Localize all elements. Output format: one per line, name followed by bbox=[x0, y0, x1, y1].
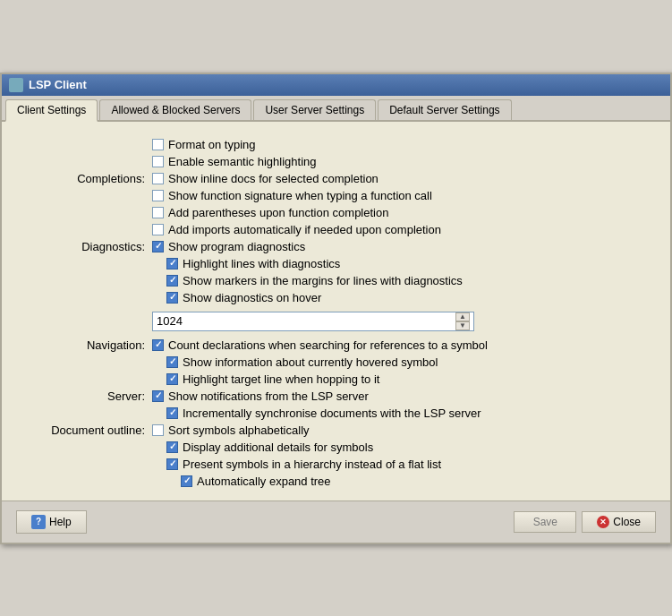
spin-up-arrow[interactable]: ▲ bbox=[455, 312, 470, 321]
show-diagnostics-hover-checkbox[interactable] bbox=[166, 292, 178, 304]
show-markers-checkbox[interactable] bbox=[166, 275, 178, 287]
add-imports-checkbox[interactable] bbox=[152, 224, 164, 235]
add-imports-row: Add imports automatically if needed upon… bbox=[152, 223, 645, 236]
spinbox[interactable]: 1024 ▲ ▼ bbox=[152, 312, 474, 331]
row-show-notifications: Server: Show notifications from the LSP … bbox=[23, 388, 649, 405]
count-declarations-label: Count declarations when searching for re… bbox=[168, 338, 488, 352]
auto-expand-checkbox[interactable] bbox=[181, 475, 192, 487]
navigation-label: Navigation: bbox=[23, 337, 149, 354]
show-diagnostics-hover-label: Show diagnostics on hover bbox=[183, 291, 321, 304]
auto-expand-row: Automatically expand tree bbox=[152, 475, 645, 488]
row-format-on-typing: Format on typing bbox=[23, 136, 649, 153]
highlight-target-checkbox[interactable] bbox=[166, 373, 178, 385]
highlight-target-row: Highlight target line when hopping to it bbox=[152, 372, 645, 386]
show-diagnostics-hover-row: Show diagnostics on hover bbox=[152, 291, 645, 304]
tab-user-server[interactable]: User Server Settings bbox=[253, 99, 376, 120]
content-area: Format on typing Enable semantic highlig… bbox=[2, 122, 670, 500]
function-signature-checkbox[interactable] bbox=[152, 190, 164, 201]
show-hovered-symbol-row: Show information about currently hovered… bbox=[152, 355, 645, 369]
row-highlight-target: Highlight target line when hopping to it bbox=[23, 371, 649, 388]
main-window: LSP Client Client Settings Allowed & Blo… bbox=[0, 73, 672, 544]
server-label: Server: bbox=[23, 388, 149, 405]
show-markers-label: Show markers in the margins for lines wi… bbox=[183, 274, 463, 287]
spin-down-arrow[interactable]: ▼ bbox=[455, 321, 470, 330]
close-icon: ✕ bbox=[597, 516, 609, 528]
tab-bar: Client Settings Allowed & Blocked Server… bbox=[2, 96, 670, 122]
diagnostics-label: Diagnostics: bbox=[23, 238, 149, 255]
save-label: Save bbox=[533, 516, 557, 528]
row-add-parentheses: Add parentheses upon function completion bbox=[23, 204, 649, 221]
tab-default-server[interactable]: Default Server Settings bbox=[378, 99, 511, 120]
present-hierarchy-row: Present symbols in a hierarchy instead o… bbox=[152, 458, 645, 471]
incrementally-sync-checkbox[interactable] bbox=[166, 407, 178, 419]
show-inline-docs-checkbox[interactable] bbox=[152, 173, 164, 184]
function-signature-label: Show function signature when typing a fu… bbox=[168, 189, 432, 202]
incrementally-sync-row: Incrementally synchronise documents with… bbox=[152, 406, 645, 420]
row-sort-symbols: Document outline: Sort symbols alphabeti… bbox=[23, 422, 649, 439]
semantic-highlighting-label: Enable semantic highlighting bbox=[168, 155, 317, 168]
row-display-details: Display additional details for symbols bbox=[23, 439, 649, 456]
row-incrementally-sync: Incrementally synchronise documents with… bbox=[23, 405, 649, 422]
row-show-diagnostics-hover: Show diagnostics on hover bbox=[23, 289, 649, 306]
show-hovered-symbol-label: Show information about currently hovered… bbox=[183, 355, 438, 369]
incrementally-sync-label: Incrementally synchronise documents with… bbox=[183, 406, 481, 420]
add-parentheses-label: Add parentheses upon function completion bbox=[168, 206, 388, 219]
present-hierarchy-checkbox[interactable] bbox=[166, 458, 178, 470]
row-function-signature: Show function signature when typing a fu… bbox=[23, 187, 649, 204]
sort-symbols-row: Sort symbols alphabetically bbox=[152, 424, 645, 437]
row-semantic-highlighting: Enable semantic highlighting bbox=[23, 153, 649, 170]
row-completions-label: Completions: Show inline docs for select… bbox=[23, 170, 649, 187]
right-buttons: Save ✕ Close bbox=[514, 511, 656, 533]
settings-table: Format on typing Enable semantic highlig… bbox=[23, 136, 649, 490]
add-parentheses-checkbox[interactable] bbox=[152, 207, 164, 218]
count-declarations-checkbox[interactable] bbox=[152, 339, 164, 351]
show-program-diagnostics-row: Show program diagnostics bbox=[152, 240, 645, 253]
semantic-highlighting-row: Enable semantic highlighting bbox=[152, 155, 645, 168]
sort-symbols-checkbox[interactable] bbox=[152, 424, 164, 436]
show-notifications-checkbox[interactable] bbox=[152, 390, 164, 402]
format-on-typing-label: Format on typing bbox=[168, 138, 256, 151]
completions-label: Completions: bbox=[23, 170, 149, 187]
row-count-declarations: Navigation: Count declarations when sear… bbox=[23, 337, 649, 354]
semantic-highlighting-checkbox[interactable] bbox=[152, 156, 164, 167]
show-inline-docs-row: Show inline docs for selected completion bbox=[152, 172, 645, 185]
row-show-markers: Show markers in the margins for lines wi… bbox=[23, 272, 649, 289]
display-details-label: Display additional details for symbols bbox=[183, 441, 373, 454]
row-show-hovered-symbol: Show information about currently hovered… bbox=[23, 354, 649, 371]
save-button[interactable]: Save bbox=[514, 511, 576, 533]
title-bar: LSP Client bbox=[2, 74, 670, 96]
format-on-typing-row: Format on typing bbox=[152, 138, 645, 151]
present-hierarchy-label: Present symbols in a hierarchy instead o… bbox=[183, 458, 441, 471]
show-markers-row: Show markers in the margins for lines wi… bbox=[152, 274, 645, 287]
sort-symbols-label: Sort symbols alphabetically bbox=[168, 424, 310, 437]
close-label: Close bbox=[613, 516, 641, 528]
function-signature-row: Show function signature when typing a fu… bbox=[152, 189, 645, 202]
show-notifications-row: Show notifications from the LSP server bbox=[152, 389, 645, 403]
highlight-lines-label: Highlight lines with diagnostics bbox=[183, 257, 340, 270]
show-notifications-label: Show notifications from the LSP server bbox=[168, 389, 369, 403]
row-present-hierarchy: Present symbols in a hierarchy instead o… bbox=[23, 456, 649, 473]
show-program-diagnostics-checkbox[interactable] bbox=[152, 241, 164, 252]
spinbox-arrows: ▲ ▼ bbox=[455, 312, 470, 330]
close-button[interactable]: ✕ Close bbox=[582, 511, 656, 533]
add-parentheses-row: Add parentheses upon function completion bbox=[152, 206, 645, 219]
empty-label bbox=[23, 136, 149, 153]
show-hovered-symbol-checkbox[interactable] bbox=[166, 356, 178, 368]
row-add-imports: Add imports automatically if needed upon… bbox=[23, 221, 649, 238]
tab-allowed-blocked[interactable]: Allowed & Blocked Servers bbox=[99, 99, 251, 120]
document-outline-label: Document outline: bbox=[23, 422, 149, 439]
help-icon: ? bbox=[31, 515, 46, 529]
show-program-diagnostics-label: Show program diagnostics bbox=[168, 240, 305, 253]
count-declarations-row: Count declarations when searching for re… bbox=[152, 338, 645, 352]
tab-client-settings[interactable]: Client Settings bbox=[5, 99, 98, 122]
row-spinbox: 1024 ▲ ▼ bbox=[23, 306, 649, 337]
highlight-lines-checkbox[interactable] bbox=[166, 258, 178, 270]
row-show-program-diagnostics: Diagnostics: Show program diagnostics bbox=[23, 238, 649, 255]
show-inline-docs-label: Show inline docs for selected completion bbox=[168, 172, 379, 185]
help-button[interactable]: ? Help bbox=[16, 510, 87, 534]
window-title: LSP Client bbox=[29, 78, 87, 91]
format-on-typing-checkbox[interactable] bbox=[152, 139, 164, 150]
display-details-checkbox[interactable] bbox=[166, 441, 178, 453]
spinbox-value: 1024 bbox=[157, 314, 183, 328]
row-highlight-lines: Highlight lines with diagnostics bbox=[23, 255, 649, 272]
